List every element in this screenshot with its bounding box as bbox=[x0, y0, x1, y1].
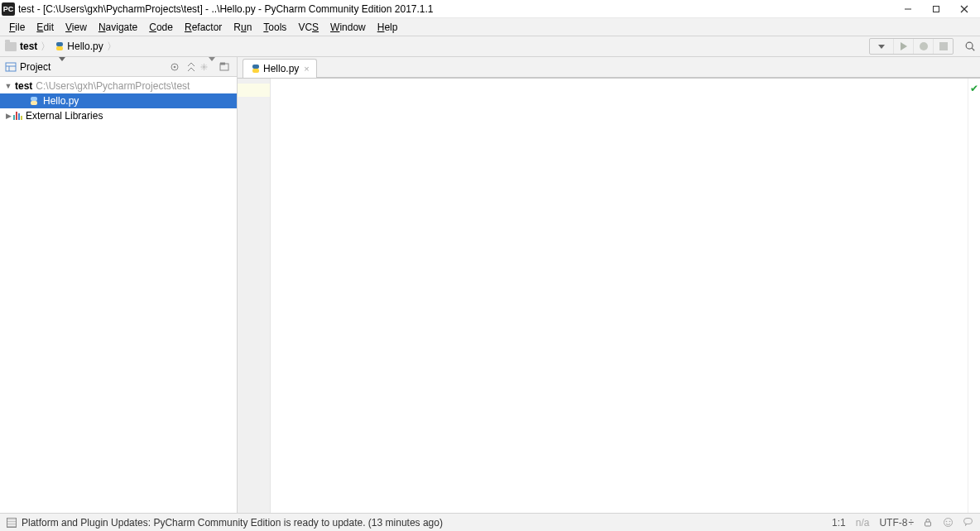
svg-line-7 bbox=[972, 48, 974, 50]
breadcrumb-label: test bbox=[20, 41, 37, 52]
breadcrumb-label: Hello.py bbox=[67, 41, 103, 52]
svg-rect-8 bbox=[6, 63, 16, 71]
svg-rect-1 bbox=[934, 6, 939, 12]
notification-icon bbox=[7, 518, 17, 528]
svg-point-22 bbox=[945, 521, 947, 523]
cursor-position[interactable]: 1:1 bbox=[832, 517, 846, 529]
menubar: File Edit View Navigate Code Refactor Ru… bbox=[0, 18, 980, 36]
collapse-icon bbox=[185, 61, 197, 73]
svg-rect-20 bbox=[925, 522, 931, 526]
hide-icon bbox=[219, 61, 230, 73]
stop-icon bbox=[939, 42, 948, 50]
window-title: test - [C:\Users\gxh\PycharmProjects\tes… bbox=[18, 3, 894, 15]
error-stripe[interactable]: ✔ bbox=[968, 79, 980, 513]
line-separator[interactable]: n/a bbox=[856, 517, 870, 529]
inspector-icon bbox=[943, 517, 954, 528]
autoscroll-to-source-button[interactable] bbox=[167, 60, 182, 74]
breadcrumb-separator-icon: 〉 bbox=[107, 40, 117, 54]
project-panel-header: Project bbox=[0, 57, 237, 77]
dropdown-icon bbox=[59, 57, 65, 73]
svg-rect-18 bbox=[252, 65, 259, 69]
search-icon bbox=[964, 41, 976, 52]
lock-icon bbox=[923, 518, 933, 528]
menu-edit[interactable]: Edit bbox=[31, 20, 60, 35]
read-only-toggle[interactable] bbox=[922, 517, 934, 529]
panel-settings-button[interactable] bbox=[200, 60, 215, 74]
menu-help[interactable]: Help bbox=[372, 20, 404, 35]
breadcrumb-item[interactable]: Hello.py bbox=[54, 41, 103, 52]
tree-node-path: C:\Users\gxh\PycharmProjects\test bbox=[36, 80, 190, 92]
menu-refactor[interactable]: Refactor bbox=[179, 20, 228, 35]
external-libraries-icon bbox=[13, 112, 22, 120]
code-editor[interactable] bbox=[271, 79, 968, 513]
menu-navigate[interactable]: Navigate bbox=[93, 20, 143, 35]
status-message-text: Platform and Plugin Updates: PyCharm Com… bbox=[22, 517, 443, 529]
close-tab-button[interactable]: × bbox=[304, 64, 309, 74]
breadcrumb-separator-icon: 〉 bbox=[41, 40, 50, 54]
project-tool-icon bbox=[5, 61, 17, 73]
debug-button[interactable] bbox=[913, 39, 933, 54]
current-line-highlight bbox=[238, 84, 270, 97]
hide-panel-button[interactable] bbox=[217, 60, 232, 74]
play-icon bbox=[901, 42, 907, 50]
inspection-indicator[interactable] bbox=[942, 517, 954, 529]
run-button[interactable] bbox=[893, 39, 913, 54]
stop-button[interactable] bbox=[933, 39, 953, 54]
breadcrumb-item[interactable]: test bbox=[5, 41, 37, 52]
bug-icon bbox=[920, 42, 928, 50]
svg-point-23 bbox=[949, 521, 950, 523]
no-errors-check-icon: ✔ bbox=[970, 83, 978, 94]
run-config-dropdown[interactable] bbox=[870, 39, 893, 54]
editor-tab[interactable]: Hello.py × bbox=[243, 59, 317, 79]
search-everywhere-button[interactable] bbox=[960, 41, 980, 52]
tree-external-libraries-node[interactable]: ▶ External Libraries bbox=[0, 108, 237, 123]
expand-arrow-icon[interactable]: ▼ bbox=[3, 82, 13, 90]
menu-vcs[interactable]: VCS bbox=[292, 20, 324, 35]
window-titlebar: PC test - [C:\Users\gxh\PycharmProjects\… bbox=[0, 0, 980, 18]
gear-icon bbox=[200, 61, 208, 73]
file-encoding[interactable]: UTF-8÷ bbox=[879, 517, 914, 529]
svg-point-6 bbox=[966, 42, 973, 49]
window-maximize-button[interactable] bbox=[922, 1, 950, 17]
project-tree[interactable]: ▼ test C:\Users\gxh\PycharmProjects\test… bbox=[0, 77, 237, 513]
collapse-all-button[interactable] bbox=[184, 60, 199, 74]
svg-point-13 bbox=[203, 65, 205, 68]
window-minimize-button[interactable] bbox=[894, 1, 922, 17]
python-file-icon bbox=[28, 95, 40, 107]
tree-node-label: Hello.py bbox=[43, 95, 79, 107]
editor-gutter[interactable] bbox=[238, 79, 271, 513]
expand-arrow-icon[interactable]: ▶ bbox=[3, 112, 13, 120]
menu-run[interactable]: Run bbox=[228, 20, 257, 35]
project-panel-title: Project bbox=[20, 61, 50, 73]
tree-root-node[interactable]: ▼ test C:\Users\gxh\PycharmProjects\test bbox=[0, 79, 237, 93]
menu-code[interactable]: Code bbox=[143, 20, 179, 35]
tree-node-label: External Libraries bbox=[26, 110, 103, 122]
svg-rect-5 bbox=[56, 46, 63, 50]
tree-file-node[interactable]: Hello.py bbox=[0, 93, 237, 108]
speech-bubble-icon bbox=[963, 517, 973, 528]
python-file-icon bbox=[54, 41, 65, 52]
menu-window[interactable]: Window bbox=[324, 20, 372, 35]
project-tool-window: Project ▼ test C:\Users\gxh\Pycharm bbox=[0, 57, 238, 513]
svg-rect-16 bbox=[31, 97, 37, 101]
svg-rect-4 bbox=[56, 42, 63, 46]
navigation-bar: test 〉 Hello.py 〉 bbox=[0, 36, 980, 57]
python-file-icon bbox=[250, 63, 262, 74]
window-close-button[interactable] bbox=[950, 1, 978, 17]
menu-file[interactable]: File bbox=[3, 20, 31, 35]
editor-tabstrip: Hello.py × bbox=[238, 57, 980, 78]
app-icon: PC bbox=[2, 2, 15, 16]
menu-view[interactable]: View bbox=[60, 20, 93, 35]
target-icon bbox=[169, 61, 180, 73]
menu-tools[interactable]: Tools bbox=[257, 20, 292, 35]
dropdown-icon bbox=[878, 45, 885, 49]
project-view-dropdown[interactable] bbox=[59, 61, 65, 73]
tree-node-label: test bbox=[15, 80, 32, 92]
svg-rect-24 bbox=[963, 519, 972, 524]
svg-rect-17 bbox=[31, 101, 37, 105]
notifications-button[interactable] bbox=[962, 517, 973, 529]
svg-rect-19 bbox=[252, 69, 259, 73]
folder-icon bbox=[5, 42, 17, 51]
svg-point-12 bbox=[174, 65, 176, 68]
status-message[interactable]: Platform and Plugin Updates: PyCharm Com… bbox=[7, 517, 822, 529]
